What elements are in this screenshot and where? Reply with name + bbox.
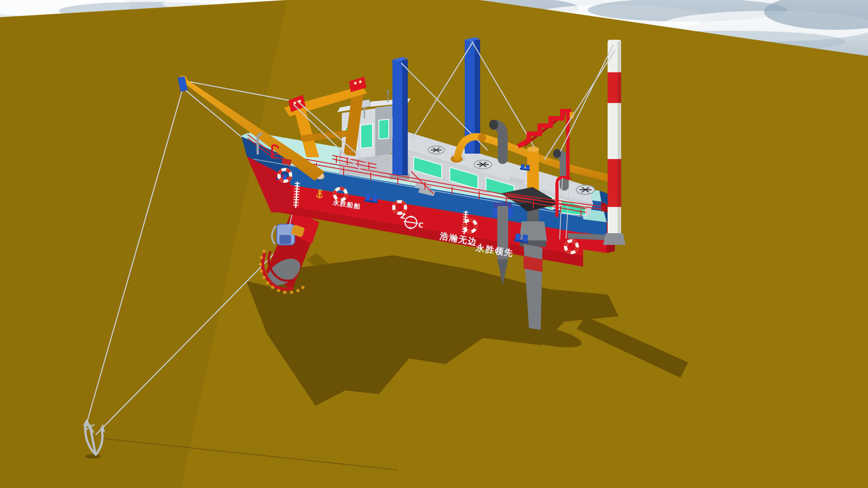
pipe-flange xyxy=(478,134,486,142)
roof-vent xyxy=(428,146,444,154)
mast-post-forward xyxy=(390,57,410,179)
render-canvas: 永胜船舶 浩瀚无边 永胜领先 Z C xyxy=(0,0,868,488)
ground-plane xyxy=(0,0,868,488)
roof-vent xyxy=(576,185,594,194)
roof-vent xyxy=(474,160,492,169)
dredger-render: 永胜船舶 浩瀚无边 永胜领先 Z C xyxy=(0,0,868,488)
antenna xyxy=(387,90,389,93)
